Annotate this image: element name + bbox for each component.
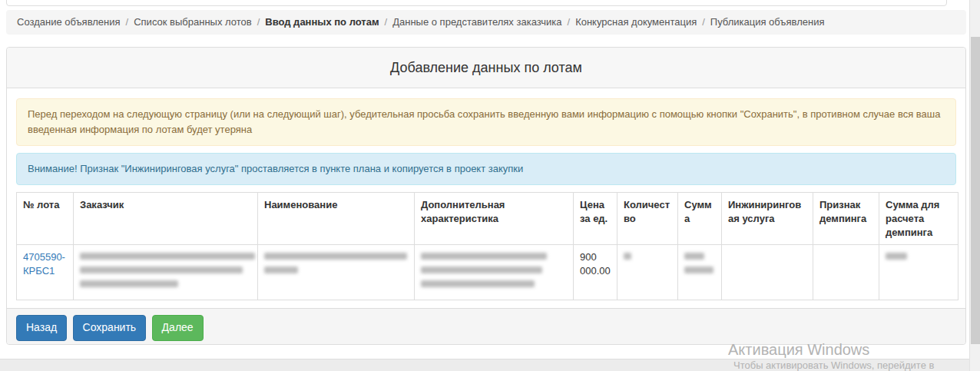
table-header-cell: № лота xyxy=(17,193,74,245)
lots-table: № лотаЗаказчикНаименованиеДополнительная… xyxy=(16,192,958,300)
breadcrumb-separator: / xyxy=(702,16,705,28)
panel-footer: Назад Сохранить Далее xyxy=(7,308,965,344)
breadcrumb-item: Ввод данных по лотам xyxy=(265,16,379,28)
customer-cell xyxy=(74,245,258,300)
table-header-cell: Сумма для расчета демпинга xyxy=(879,193,958,245)
panel-body: Перед переходом на следующую страницу (и… xyxy=(7,88,965,300)
table-header-cell: Сумма xyxy=(678,193,722,245)
scrollbar-thumb[interactable] xyxy=(971,37,980,344)
breadcrumb-item[interactable]: Данные о представителях заказчика xyxy=(392,16,561,28)
breadcrumb: Создание объявления/Список выбранных лот… xyxy=(6,10,966,35)
breadcrumb-item[interactable]: Конкурсная документация xyxy=(575,16,697,28)
table-header-cell: Заказчик xyxy=(74,193,258,245)
name-cell xyxy=(258,245,415,300)
redacted-text xyxy=(886,253,907,260)
redacted-text xyxy=(80,267,243,273)
back-button[interactable]: Назад xyxy=(16,315,67,341)
redacted-text xyxy=(421,280,535,287)
quantity-cell xyxy=(617,245,678,300)
table-header-cell: Цена за ед. xyxy=(574,193,617,245)
price-per-unit-cell: 900 000.00 xyxy=(574,245,617,300)
table-header-cell: Признак демпинга xyxy=(813,193,879,245)
redacted-text xyxy=(264,267,298,273)
engineering-info-alert: Внимание! Признак "Инжиниринговая услуга… xyxy=(16,153,956,185)
lot-number-cell: 4705590-КРБС1 xyxy=(17,245,74,300)
redacted-text xyxy=(80,280,178,287)
watermark-title: Активация Windows xyxy=(728,341,869,359)
vertical-scrollbar[interactable] xyxy=(969,0,980,371)
breadcrumb-separator: / xyxy=(568,16,571,28)
page-title: Добавление данных по лотам xyxy=(7,48,965,88)
table-header-cell: Дополнительная характеристика xyxy=(415,193,574,245)
redacted-text xyxy=(684,253,704,260)
table-header-cell: Количество xyxy=(617,193,678,245)
watermark-subtitle: Чтобы активировать Windows, перейдите в xyxy=(733,359,934,371)
lots-data-panel: Добавление данных по лотам Перед переход… xyxy=(6,47,966,345)
breadcrumb-separator: / xyxy=(385,16,388,28)
save-button[interactable]: Сохранить xyxy=(73,315,147,341)
breadcrumb-item[interactable]: Список выбранных лотов xyxy=(134,16,251,28)
redacted-text xyxy=(80,253,255,260)
redacted-text xyxy=(421,267,542,273)
table-header-cell: Инжиниринговая услуга xyxy=(722,193,813,245)
table-row: 4705590-КРБС1 xyxy=(17,245,958,300)
additional-characteristic-cell xyxy=(415,245,574,300)
sum-cell xyxy=(678,245,722,300)
table-header-cell: Наименование xyxy=(258,193,415,245)
breadcrumb-separator: / xyxy=(257,16,260,28)
table-header-row: № лотаЗаказчикНаименованиеДополнительная… xyxy=(17,193,958,245)
breadcrumb-item[interactable]: Создание объявления xyxy=(17,16,121,28)
top-cutoff-panel xyxy=(6,0,947,6)
dumping-sign-cell xyxy=(813,245,879,300)
breadcrumb-separator: / xyxy=(126,16,129,28)
redacted-text xyxy=(264,253,407,260)
breadcrumb-item[interactable]: Публикация объявления xyxy=(710,16,825,28)
next-button[interactable]: Далее xyxy=(152,315,204,341)
engineering-service-cell xyxy=(722,245,813,300)
redacted-text xyxy=(421,253,547,260)
lot-number-link[interactable]: 4705590-КРБС1 xyxy=(23,251,65,277)
save-warning-alert: Перед переходом на следующую страницу (и… xyxy=(16,98,956,146)
dumping-calc-sum-cell xyxy=(879,245,958,300)
redacted-text xyxy=(624,253,631,260)
redacted-text xyxy=(684,267,713,273)
